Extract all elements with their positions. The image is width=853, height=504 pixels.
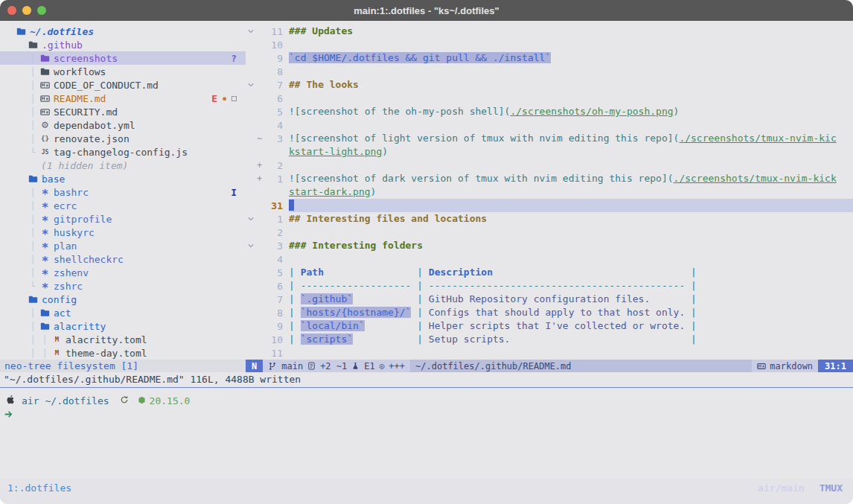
star-icon: * <box>39 202 51 209</box>
tree-item-alacritty[interactable]: │alacritty <box>0 319 246 333</box>
terminal-window: main:1:.dotfiles - "ks~/.dotfiles" ~/.do… <box>0 0 853 504</box>
editor-line[interactable]: 4 <box>246 252 853 266</box>
editor-line[interactable]: 6| ------------------- | ---------------… <box>246 279 853 293</box>
tree-item-label: theme-day.toml <box>66 348 147 359</box>
editor-line[interactable]: 11### Updates <box>246 25 853 38</box>
editor-line[interactable]: 8| `hosts/{hostname}/` | Configs that sh… <box>246 306 853 319</box>
tree-item-act[interactable]: │act <box>0 306 246 319</box>
git-status-badges: ? <box>231 53 237 64</box>
tree-item-label: workflows <box>54 66 106 77</box>
line-text: | ------------------- | ----------------… <box>289 279 853 293</box>
tree-item-gitprofile[interactable]: │*gitprofile <box>0 212 246 226</box>
apple-icon <box>6 395 16 406</box>
editor-line[interactable]: 10| `scripts` | Setup scripts. | <box>246 333 853 346</box>
line-number: 8 <box>263 307 283 319</box>
fold-marker-icon[interactable] <box>246 81 255 89</box>
tree-item-dependabot-yml[interactable]: │⚙dependabot.yml <box>0 118 246 132</box>
folder-icon <box>15 27 28 36</box>
editor-line[interactable]: +2 <box>246 159 853 172</box>
line-number: 5 <box>263 106 283 118</box>
tree-item-label: zshrc <box>54 281 83 292</box>
editor-line[interactable]: 11 <box>246 346 853 360</box>
tree-item-config[interactable]: config <box>0 293 246 306</box>
line-number: 7 <box>263 80 283 91</box>
tree-item-ecrc[interactable]: │*ecrc <box>0 199 246 212</box>
tree-item-renovate-json[interactable]: │{}renovate.json <box>0 132 246 145</box>
tree-item-github[interactable]: .github <box>0 38 246 51</box>
tree-item-zshrc[interactable]: └*zshrc <box>0 279 246 293</box>
tree-item-tag-changelog-config-js[interactable]: └JStag-changelog-config.js <box>0 145 246 159</box>
statusline: N main +2 ~1 E1 ◎ +++ ~/.dotfiles/.githu… <box>246 360 853 372</box>
editor-line[interactable]: 5| Path | Description | <box>246 266 853 279</box>
tmux-statusbar: 1:.dotfiles air/main TMUX <box>0 479 853 504</box>
fold-marker-icon[interactable] <box>246 215 255 223</box>
line-text: | `.github` | GitHub Repository configur… <box>289 293 853 306</box>
input-line[interactable] <box>0 408 853 423</box>
tree-item-readme-md[interactable]: │README.mdE● <box>0 92 246 105</box>
folder-icon <box>39 308 51 318</box>
line-number: 8 <box>263 66 283 77</box>
tree-item-base[interactable]: base <box>0 172 246 185</box>
git-info-segment: main +2 ~1 E1 ◎ +++ <box>263 360 410 372</box>
tree-item-zshenv[interactable]: │*zshenv <box>0 266 246 279</box>
neotree-statusline-text: neo-tree filesystem [1] <box>4 360 138 371</box>
badge-I: I <box>231 187 237 198</box>
editor-line[interactable]: 9`cd $HOME/.dotfiles && git pull && ./in… <box>246 51 853 65</box>
editor-line[interactable]: 7| `.github` | GitHub Repository configu… <box>246 293 853 306</box>
line-text <box>289 346 853 360</box>
editor-line[interactable]: 4 <box>246 118 853 132</box>
line-text <box>289 199 853 212</box>
tree-item-label: config <box>42 294 77 305</box>
editor-line[interactable]: 2 <box>246 226 853 239</box>
line-number: 4 <box>263 120 283 131</box>
tree-item-1-hidden-item[interactable]: (1 hidden item) <box>0 159 246 172</box>
editor-line[interactable]: 1## Interesting files and locations <box>246 212 853 226</box>
filetype-label: markdown <box>770 361 813 371</box>
cursor-position: 31:1 <box>818 360 853 372</box>
editor-line[interactable]: 3### Interesting folders <box>246 239 853 252</box>
tree-item-security-md[interactable]: │SECURITY.md <box>0 105 246 118</box>
editor-line[interactable]: 8 <box>246 65 853 78</box>
tree-item-alacritty-toml[interactable]: ││Malacritty.toml <box>0 333 246 346</box>
tree-item-bashrc[interactable]: │*bashrcI <box>0 185 246 199</box>
tree-item-theme-day-toml[interactable]: ││Mtheme-day.toml <box>0 346 246 360</box>
tree-item-screenshots[interactable]: │screenshots? <box>0 51 246 65</box>
line-number: 11 <box>263 26 283 37</box>
editor-line[interactable]: 7## The looks <box>246 78 853 92</box>
tree-item-label: shellcheckrc <box>54 254 124 265</box>
editor-line[interactable]: 31 <box>246 199 853 212</box>
tmux-window-tab[interactable]: 1:.dotfiles <box>7 482 71 494</box>
tree-item-label: (1 hidden item) <box>41 160 128 171</box>
braces-icon: {} <box>39 135 51 142</box>
line-text: ## Interesting files and locations <box>289 212 853 226</box>
tree-item-shellcheckrc[interactable]: │*shellcheckrc <box>0 252 246 266</box>
line-number: 6 <box>263 281 283 292</box>
tree-item-label: dependabot.yml <box>54 120 135 131</box>
fold-marker-icon[interactable] <box>246 242 255 249</box>
tree-item-plan[interactable]: │*plan <box>0 239 246 252</box>
tree-item-workflows[interactable]: │workflows <box>0 65 246 78</box>
line-number: 3 <box>263 240 283 252</box>
tree-item-code-of-conduct-md[interactable]: │CODE_OF_CONDUCT.md <box>0 78 246 92</box>
folder-icon <box>39 54 51 63</box>
neotree-statusline: neo-tree filesystem [1] <box>0 360 246 372</box>
indent-guide: │ <box>27 67 39 77</box>
tree-item-huskyrc[interactable]: │*huskyrc <box>0 226 246 239</box>
tree-item-label: README.md <box>54 93 106 104</box>
tree-item-dotfiles[interactable]: ~/.dotfiles <box>0 25 246 38</box>
editor-line[interactable]: kstart-light.png) <box>246 145 853 159</box>
editor-line[interactable]: 5![screenshot of the oh-my-posh shell](.… <box>246 105 853 118</box>
editor-line[interactable]: ~3![screenshot of light version of tmux … <box>246 132 853 145</box>
tmux-pane-divider[interactable] <box>0 387 853 388</box>
line-number: 9 <box>263 53 283 64</box>
editor-line[interactable]: +1![screenshot of dark version of tmux w… <box>246 172 853 185</box>
editor-line[interactable]: 6 <box>246 92 853 105</box>
editor-line[interactable]: 9| `local/bin` | Helper scripts that I'v… <box>246 319 853 333</box>
shell-pane[interactable]: air ~/.dotfiles 20.15.0 <box>0 393 853 423</box>
fold-marker-icon[interactable] <box>246 28 255 35</box>
star-icon: * <box>39 229 51 236</box>
cursor <box>289 200 294 211</box>
editor-line[interactable]: 10 <box>246 38 853 51</box>
editor-line[interactable]: start-dark.png) <box>246 185 853 199</box>
prompt-host: air <box>22 395 39 406</box>
